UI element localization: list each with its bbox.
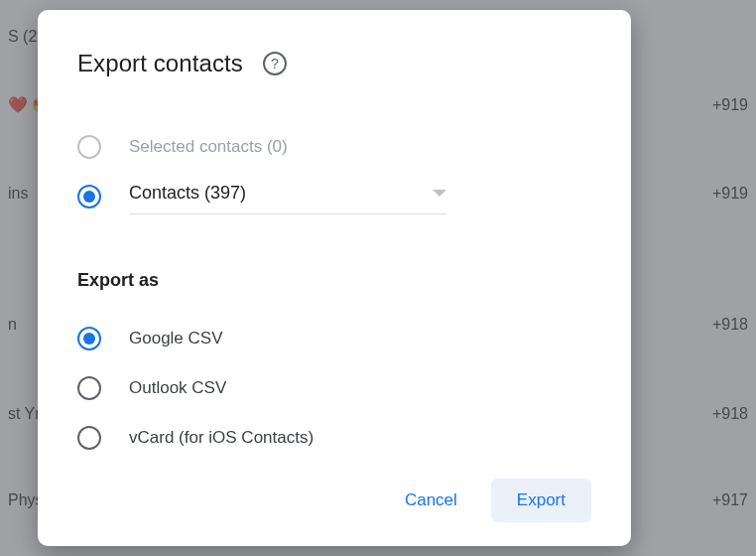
format-radio-group: Google CSV Outlook CSV vCard (for iOS Co… xyxy=(77,315,591,462)
radio-vcard[interactable]: vCard (for iOS Contacts) xyxy=(77,414,591,462)
source-radio-group: Selected contacts (0) Contacts (397) xyxy=(77,123,591,220)
dropdown-label: Contacts (397) xyxy=(129,183,246,204)
radio-icon xyxy=(77,135,101,159)
contacts-dropdown[interactable]: Contacts (397) xyxy=(129,179,446,214)
dialog-header: Export contacts ? xyxy=(77,50,591,77)
radio-outlook-csv[interactable]: Outlook CSV xyxy=(77,364,591,412)
radio-selected-contacts: Selected contacts (0) xyxy=(77,123,591,171)
radio-icon xyxy=(77,376,101,400)
radio-label: Google CSV xyxy=(129,329,223,348)
radio-icon xyxy=(77,327,101,350)
help-icon[interactable]: ? xyxy=(263,52,287,75)
export-as-heading: Export as xyxy=(77,270,591,291)
radio-google-csv[interactable]: Google CSV xyxy=(77,315,591,362)
radio-icon xyxy=(77,185,101,208)
dialog-actions: Cancel Export xyxy=(77,479,591,522)
export-contacts-dialog: Export contacts ? Selected contacts (0) … xyxy=(38,10,631,546)
radio-label: vCard (for iOS Contacts) xyxy=(129,428,314,448)
cancel-button[interactable]: Cancel xyxy=(379,479,483,522)
radio-label: Selected contacts (0) xyxy=(129,137,288,157)
dialog-title: Export contacts xyxy=(77,50,243,77)
export-button[interactable]: Export xyxy=(491,479,591,522)
radio-icon xyxy=(77,426,101,450)
chevron-down-icon xyxy=(433,190,446,197)
radio-contacts[interactable]: Contacts (397) xyxy=(77,173,591,220)
radio-label: Outlook CSV xyxy=(129,378,226,398)
